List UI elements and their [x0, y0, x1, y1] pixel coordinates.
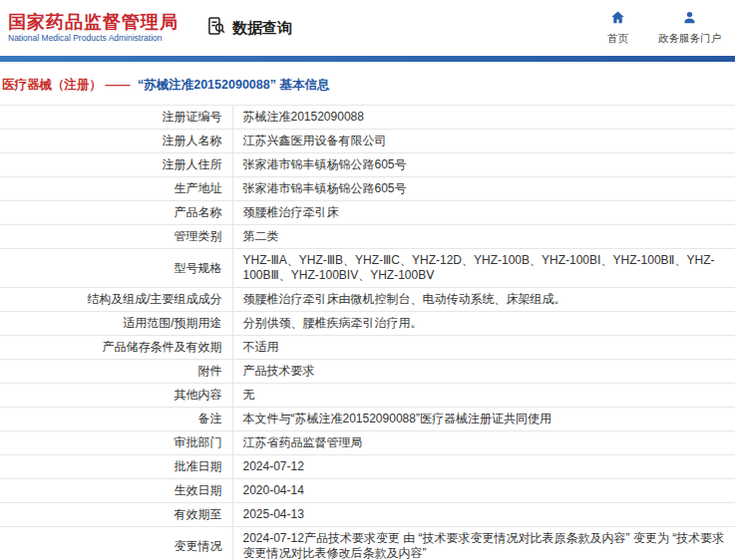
- table-row: 管理类别 第二类: [0, 225, 735, 249]
- row-label: 其他内容: [0, 384, 232, 408]
- data-query-label: 数据查询: [232, 19, 292, 38]
- table-row: 变更情况 2024-07-12产品技术要求变更 由 “技术要求变更情况对比表原条…: [0, 527, 735, 560]
- table-row: 其他内容 无: [0, 384, 735, 408]
- table-row: 附件 产品技术要求: [0, 360, 735, 384]
- page-title: “苏械注准20152090088” 基本信息: [138, 78, 329, 92]
- breadcrumb-section: 医疗器械（注册） ——: [2, 78, 130, 92]
- table-row: 审批部门 江苏省药品监督管理局: [0, 431, 735, 455]
- row-value: 张家港市锦丰镇杨锦公路605号: [232, 153, 735, 177]
- row-label: 管理类别: [0, 225, 232, 249]
- table-row: 生效日期 2020-04-14: [0, 479, 735, 503]
- breadcrumb: 医疗器械（注册） —— “苏械注准20152090088” 基本信息: [0, 62, 735, 105]
- row-value: YHZ-ⅢA、YHZ-ⅢB、YHZ-ⅢC、YHZ-12D、YHZ-100B、YH…: [232, 249, 735, 288]
- table-row: 适用范围/预期用途 分别供颈、腰椎疾病牵引治疗用。: [0, 312, 735, 336]
- row-label: 附件: [0, 360, 232, 384]
- nav-home[interactable]: 首页: [607, 10, 628, 46]
- table-row: 注册人住所 张家港市锦丰镇杨锦公路605号: [0, 153, 735, 177]
- registration-info-table: 注册证编号 苏械注准20152090088 注册人名称 江苏兴鑫医用设备有限公司…: [0, 105, 735, 560]
- row-label: 型号规格: [0, 249, 232, 288]
- org-name-cn: 国家药品监督管理局: [8, 12, 179, 33]
- nav-portal[interactable]: 政务服务门户: [658, 10, 721, 46]
- table-row: 型号规格 YHZ-ⅢA、YHZ-ⅢB、YHZ-ⅢC、YHZ-12D、YHZ-10…: [0, 249, 735, 288]
- row-label: 注册人名称: [0, 130, 232, 153]
- row-label: 适用范围/预期用途: [0, 312, 232, 336]
- row-value: 第二类: [232, 225, 735, 249]
- row-label: 变更情况: [0, 527, 232, 560]
- row-value: 江苏省药品监督管理局: [232, 431, 735, 455]
- row-label: 生产地址: [0, 177, 232, 201]
- row-label: 备注: [0, 408, 232, 431]
- row-label: 批准日期: [0, 455, 232, 479]
- row-value: 颈腰椎治疗牵引床由微机控制台、电动传动系统、床架组成。: [232, 288, 735, 312]
- table-row: 生产地址 张家港市锦丰镇杨锦公路605号: [0, 177, 735, 201]
- row-value: 江苏兴鑫医用设备有限公司: [232, 130, 735, 153]
- table-row: 注册证编号 苏械注准20152090088: [0, 106, 735, 130]
- table-row: 产品储存条件及有效期 不适用: [0, 336, 735, 360]
- row-value: 2024-07-12产品技术要求变更 由 “技术要求变更情况对比表原条款及内容”…: [232, 527, 735, 560]
- row-label: 生效日期: [0, 479, 232, 503]
- row-value: 2025-04-13: [232, 503, 735, 527]
- user-icon: [682, 10, 697, 29]
- home-icon: [610, 10, 625, 29]
- row-label: 注册证编号: [0, 106, 232, 130]
- header: 国家药品监督管理局 National Medical Products Admi…: [0, 0, 735, 56]
- row-label: 产品储存条件及有效期: [0, 336, 232, 360]
- data-query-icon: [206, 16, 226, 40]
- header-nav: 首页 政务服务门户: [607, 10, 721, 46]
- nav-home-label: 首页: [607, 32, 628, 46]
- row-value: 苏械注准20152090088: [232, 106, 735, 130]
- row-label: 审批部门: [0, 431, 232, 455]
- row-value: 颈腰椎治疗牵引床: [232, 201, 735, 225]
- row-value: 本文件与“苏械注准20152090088”医疗器械注册证共同使用: [232, 408, 735, 431]
- row-value: 不适用: [232, 336, 735, 360]
- table-row: 产品名称 颈腰椎治疗牵引床: [0, 201, 735, 225]
- row-value: 分别供颈、腰椎疾病牵引治疗用。: [232, 312, 735, 336]
- row-label: 结构及组成/主要组成成分: [0, 288, 232, 312]
- row-value: 2024-07-12: [232, 455, 735, 479]
- row-value: 产品技术要求: [232, 360, 735, 384]
- data-query-tab[interactable]: 数据查询: [206, 16, 292, 40]
- table-row: 备注 本文件与“苏械注准20152090088”医疗器械注册证共同使用: [0, 408, 735, 431]
- table-row: 批准日期 2024-07-12: [0, 455, 735, 479]
- table-row: 结构及组成/主要组成成分 颈腰椎治疗牵引床由微机控制台、电动传动系统、床架组成。: [0, 288, 735, 312]
- row-label: 产品名称: [0, 201, 232, 225]
- row-value: 张家港市锦丰镇杨锦公路605号: [232, 177, 735, 201]
- table-row: 有效期至 2025-04-13: [0, 503, 735, 527]
- org-logo: 国家药品监督管理局 National Medical Products Admi…: [8, 12, 179, 44]
- row-label: 有效期至: [0, 503, 232, 527]
- row-value: 无: [232, 384, 735, 408]
- row-label: 注册人住所: [0, 153, 232, 177]
- table-row: 注册人名称 江苏兴鑫医用设备有限公司: [0, 130, 735, 153]
- row-value: 2020-04-14: [232, 479, 735, 503]
- nav-portal-label: 政务服务门户: [658, 32, 721, 46]
- org-name-en: National Medical Products Administration: [8, 34, 179, 44]
